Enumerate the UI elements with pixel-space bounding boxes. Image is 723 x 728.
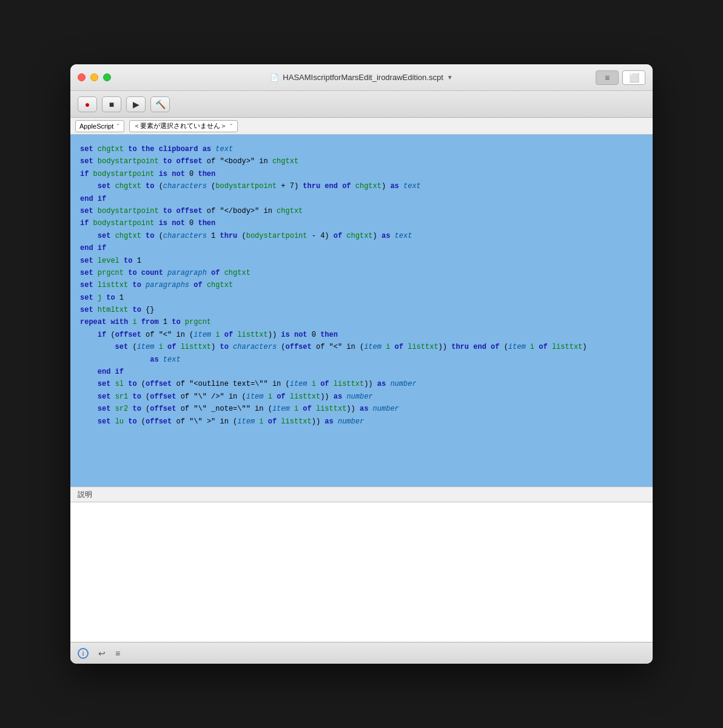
title-dropdown-arrow[interactable]: ▼ [447, 74, 453, 81]
code-line: set bodystartpoint to offset of "</body>… [80, 205, 643, 217]
code-line: if bodystartpoint is not 0 then [80, 217, 643, 229]
code-line: set j to 1 [80, 292, 643, 304]
info-button[interactable]: i [78, 648, 89, 659]
code-line: set listtxt to paragraphs of chgtxt [80, 279, 643, 291]
record-icon: ● [85, 99, 90, 109]
compile-icon: 🔨 [155, 99, 166, 109]
window-title-area: 📄 HASAMIscriptforMarsEdit_irodrawEdition… [270, 73, 452, 82]
stop-icon: ■ [109, 99, 114, 109]
code-line: end if [80, 366, 643, 378]
compile-button[interactable]: 🔨 [150, 96, 170, 112]
run-button[interactable]: ▶ [126, 96, 146, 112]
code-line: end if [80, 242, 643, 254]
code-line: set chgtxt to (characters (bodystartpoin… [80, 180, 643, 192]
description-area[interactable] [70, 502, 653, 642]
code-editor[interactable]: set chgtxt to the clipboard as textset b… [70, 135, 653, 487]
record-button[interactable]: ● [78, 96, 97, 112]
list-icon: ≡ [115, 649, 120, 658]
close-button[interactable] [78, 73, 86, 81]
selector-bar: AppleScript ⌃ ＜要素が選択されていません＞ ⌃ [70, 118, 653, 135]
zoom-button[interactable] [103, 73, 111, 81]
code-line: set chgtxt to the clipboard as text [80, 143, 643, 155]
code-line: if bodystartpoint is not 0 then [80, 168, 643, 180]
run-icon: ▶ [133, 99, 140, 109]
language-selector-label: AppleScript [79, 123, 113, 130]
code-line: end if [80, 193, 643, 205]
titlebar: 📄 HASAMIscriptforMarsEdit_irodrawEdition… [70, 64, 653, 91]
code-line: as text [80, 354, 643, 366]
code-line: set sr2 to (offset of "\" _note=\"" in (… [80, 403, 643, 415]
element-selector-arrow: ⌃ [229, 123, 234, 129]
view-controls: ≡ ⬜ [596, 70, 645, 85]
description-bar: 説明 [70, 487, 653, 502]
return-button[interactable]: ↩ [98, 649, 106, 658]
code-line: if (offset of "<" in (item i of listtxt)… [80, 329, 643, 341]
code-line: set level to 1 [80, 255, 643, 267]
code-line: set lu to (offset of "\" >" in (item i o… [80, 416, 643, 428]
language-selector-arrow: ⌃ [116, 123, 120, 129]
script-view-icon: ≡ [605, 73, 610, 83]
code-line: set htmltxt to {} [80, 304, 643, 316]
element-selector[interactable]: ＜要素が選択されていません＞ ⌃ [129, 120, 238, 132]
description-label: 説明 [78, 490, 92, 500]
minimize-button[interactable] [90, 73, 98, 81]
language-selector[interactable]: AppleScript ⌃ [75, 120, 124, 132]
code-line: set chgtxt to (characters 1 thru (bodyst… [80, 230, 643, 242]
code-line: set bodystartpoint to offset of "<body>"… [80, 155, 643, 167]
traffic-lights [78, 73, 111, 81]
code-line: set prgcnt to count paragraph of chgtxt [80, 267, 643, 279]
code-line: repeat with i from 1 to prgcnt [80, 316, 643, 328]
stop-button[interactable]: ■ [102, 96, 121, 112]
script-view-button[interactable]: ≡ [596, 70, 619, 85]
code-line: set sl to (offset of "<outline text=\"" … [80, 378, 643, 390]
toolbar: ● ■ ▶ 🔨 [70, 91, 653, 118]
split-view-button[interactable]: ⬜ [622, 70, 645, 85]
code-line: set (item i of listtxt) to characters (o… [80, 341, 643, 353]
split-view-icon: ⬜ [629, 73, 639, 83]
info-icon: i [82, 650, 84, 657]
return-icon: ↩ [98, 649, 106, 658]
element-selector-label: ＜要素が選択されていません＞ [133, 121, 227, 130]
script-icon: 📄 [270, 73, 279, 82]
list-button[interactable]: ≡ [115, 649, 120, 658]
window-title: HASAMIscriptforMarsEdit_irodrawEdition.s… [283, 73, 443, 82]
app-window: 📄 HASAMIscriptforMarsEdit_irodrawEdition… [70, 64, 653, 664]
code-line: set sr1 to (offset of "\" />" in (item i… [80, 391, 643, 403]
status-bar: i ↩ ≡ [70, 642, 653, 664]
